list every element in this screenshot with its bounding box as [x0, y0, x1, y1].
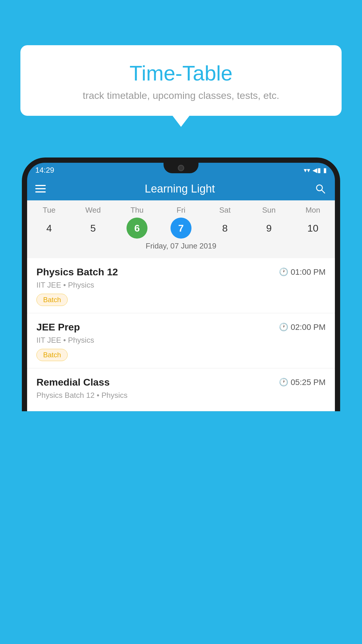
day-8[interactable]: 8 [215, 218, 236, 239]
schedule-item-1-subtitle: IIT JEE • Physics [36, 281, 326, 290]
schedule-item-2-header: JEE Prep 🕐 02:00 PM [36, 321, 326, 333]
schedule-item-2-subtitle: IIT JEE • Physics [36, 336, 326, 345]
hamburger-menu-icon[interactable] [35, 185, 46, 192]
day-header-sat: Sat [213, 206, 237, 215]
day-6-today[interactable]: 6 [126, 218, 147, 239]
bubble-title: Time-Table [38, 61, 324, 85]
day-10[interactable]: 10 [302, 218, 323, 239]
calendar-strip: Tue Wed Thu Fri Sat Sun Mon 4 5 6 7 8 9 … [27, 200, 335, 258]
phone-notch [164, 163, 198, 173]
schedule-item-2-time: 🕐 02:00 PM [279, 323, 326, 332]
schedule-item-2-time-text: 02:00 PM [291, 323, 326, 332]
status-bar: 14:29 ▾▾ ◀▮ ▮ [27, 163, 335, 177]
schedule-list: Physics Batch 12 🕐 01:00 PM IIT JEE • Ph… [27, 258, 335, 411]
schedule-item-1-time-text: 01:00 PM [291, 267, 326, 277]
schedule-item-3-time-text: 05:25 PM [291, 378, 326, 387]
clock-icon-2: 🕐 [279, 323, 288, 332]
svg-line-1 [322, 190, 325, 193]
clock-icon-3: 🕐 [279, 378, 288, 387]
schedule-item-3-subtitle: Physics Batch 12 • Physics [36, 391, 326, 400]
batch-badge-1: Batch [36, 294, 68, 306]
day-header-fri: Fri [169, 206, 193, 215]
app-bar-title: Learning Light [145, 183, 215, 195]
wifi-icon: ▾▾ [304, 167, 310, 174]
battery-icon: ▮ [323, 167, 327, 174]
day-header-sun: Sun [257, 206, 281, 215]
day-5[interactable]: 5 [82, 218, 103, 239]
day-header-wed: Wed [81, 206, 105, 215]
schedule-item-3-title: Remedial Class [36, 377, 110, 388]
schedule-item-3-header: Remedial Class 🕐 05:25 PM [36, 377, 326, 388]
app-bar: Learning Light [27, 177, 335, 200]
selected-date-label: Friday, 07 June 2019 [27, 239, 335, 255]
schedule-item-1[interactable]: Physics Batch 12 🕐 01:00 PM IIT JEE • Ph… [27, 258, 335, 313]
clock-icon-1: 🕐 [279, 267, 288, 276]
speech-bubble: Time-Table track timetable, upcoming cla… [20, 45, 342, 116]
schedule-item-1-title: Physics Batch 12 [36, 266, 118, 278]
schedule-item-2-title: JEE Prep [36, 321, 80, 333]
day-header-thu: Thu [125, 206, 149, 215]
camera [178, 165, 184, 171]
batch-badge-2: Batch [36, 349, 68, 361]
schedule-item-3-time: 🕐 05:25 PM [279, 378, 326, 387]
day-headers: Tue Wed Thu Fri Sat Sun Mon [27, 206, 335, 215]
day-header-mon: Mon [301, 206, 324, 215]
search-button[interactable] [314, 182, 327, 195]
day-header-tue: Tue [37, 206, 61, 215]
bubble-subtitle: track timetable, upcoming classes, tests… [38, 90, 324, 101]
speech-bubble-container: Time-Table track timetable, upcoming cla… [20, 45, 342, 116]
status-time: 14:29 [35, 166, 54, 175]
hamburger-line-1 [35, 185, 46, 186]
schedule-item-2[interactable]: JEE Prep 🕐 02:00 PM IIT JEE • Physics Ba… [27, 313, 335, 368]
schedule-item-1-time: 🕐 01:00 PM [279, 267, 326, 277]
day-numbers: 4 5 6 7 8 9 10 [27, 218, 335, 239]
phone-mockup: 14:29 ▾▾ ◀▮ ▮ Learning Light [22, 158, 340, 644]
status-icons: ▾▾ ◀▮ ▮ [304, 167, 327, 174]
phone-outer: 14:29 ▾▾ ◀▮ ▮ Learning Light [22, 158, 340, 411]
day-7-selected[interactable]: 7 [171, 218, 191, 239]
phone-inner: 14:29 ▾▾ ◀▮ ▮ Learning Light [27, 163, 335, 411]
hamburger-line-3 [35, 191, 46, 192]
day-9[interactable]: 9 [259, 218, 280, 239]
schedule-item-3[interactable]: Remedial Class 🕐 05:25 PM Physics Batch … [27, 368, 335, 411]
hamburger-line-2 [35, 188, 46, 189]
signal-icon: ◀▮ [312, 167, 321, 174]
day-4[interactable]: 4 [38, 218, 59, 239]
schedule-item-1-header: Physics Batch 12 🕐 01:00 PM [36, 266, 326, 278]
